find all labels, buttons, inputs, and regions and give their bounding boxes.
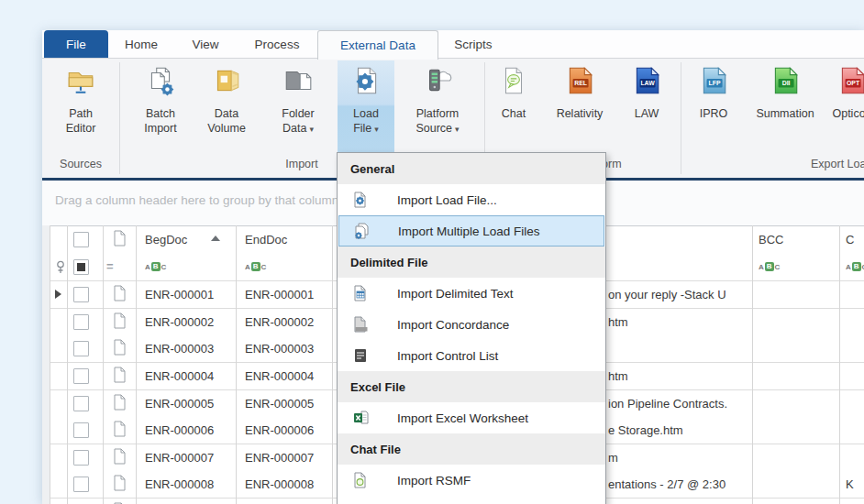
enddoc-cell[interactable]: ENR-000005 <box>245 397 314 411</box>
menu-item-import-multiple-load-files[interactable]: Import Multiple Load Files <box>338 215 604 247</box>
data-volume-button[interactable]: Data Volume <box>197 60 256 147</box>
tab-process[interactable]: Process <box>237 30 317 58</box>
begdoc-cell[interactable]: ENR-000004 <box>145 369 214 383</box>
menu-item-import-concordance[interactable]: Import Concordance <box>338 309 605 340</box>
button-label: Batch <box>131 107 190 120</box>
menu-item-label: Import Concordance <box>397 318 509 332</box>
menu-section-label: Delimited File <box>350 256 428 269</box>
sort-ascending-icon <box>211 236 220 241</box>
summation-button[interactable]: DII Summation <box>747 60 824 147</box>
enddoc-cell[interactable]: ENR-000006 <box>245 423 314 437</box>
group-label-sources: Sources <box>42 158 119 170</box>
relativity-button[interactable]: REL Relativity <box>546 60 614 147</box>
menu-item-import-control-list[interactable]: Import Control List <box>338 340 605 371</box>
document-icon <box>113 475 127 491</box>
button-label: Opticon <box>825 107 864 120</box>
tab-home[interactable]: Home <box>108 30 174 58</box>
tab-file[interactable]: File <box>44 30 108 58</box>
filter-pin-icon[interactable] <box>55 260 66 274</box>
button-label: Import <box>131 122 190 135</box>
summation-badge: DII <box>782 80 791 86</box>
begdoc-filter-type-icon[interactable] <box>145 261 166 272</box>
document-icon <box>113 339 127 356</box>
begdoc-cell[interactable]: ENR-000005 <box>145 397 214 411</box>
menu-item-import-rsmf[interactable]: Import RSMF <box>338 465 605 496</box>
enddoc-cell[interactable]: ENR-000003 <box>245 342 314 356</box>
group-separator <box>681 62 681 174</box>
column-header-enddoc[interactable]: EndDoc <box>245 233 287 247</box>
subject-cell-partial[interactable]: e Storage.htm <box>608 423 683 437</box>
platform-source-button[interactable]: Platform Source <box>398 60 477 147</box>
import-excel-worksheet-icon <box>352 410 369 426</box>
load-file-button[interactable]: Load File <box>338 60 394 152</box>
button-label: Chat <box>491 107 537 120</box>
tab-home-label: Home <box>125 38 158 51</box>
abc-c <box>261 263 267 271</box>
begdoc-cell[interactable]: ENR-000007 <box>145 451 214 465</box>
abc-a <box>846 263 851 271</box>
button-label: Data <box>263 122 333 135</box>
row-checkbox[interactable] <box>73 422 89 438</box>
document-column-icon[interactable] <box>113 230 127 247</box>
document-icon <box>113 394 127 411</box>
group-by-hint: Drag a column header here to group by th… <box>55 193 338 207</box>
begdoc-cell[interactable]: ENR-000006 <box>145 423 214 437</box>
enddoc-cell[interactable]: ENR-000001 <box>245 288 314 301</box>
row-checkbox[interactable] <box>73 396 89 411</box>
row-checkbox[interactable] <box>73 341 89 356</box>
menu-item-import-excel-worksheet[interactable]: Import Excel Worksheet <box>338 402 605 433</box>
row-checkbox[interactable] <box>73 314 89 330</box>
subject-cell-partial[interactable]: entations - 2/7 @ 2:30 <box>608 477 726 491</box>
current-row-indicator <box>55 290 61 299</box>
chat-button[interactable]: Chat <box>491 60 537 147</box>
cc-cell[interactable]: K <box>846 477 854 491</box>
column-header-cc[interactable]: C <box>846 233 854 247</box>
ipro-button[interactable]: LFP IPRO <box>689 60 738 147</box>
button-label: Data <box>197 107 256 120</box>
menu-item-label: Import Load File... <box>397 193 497 207</box>
enddoc-cell[interactable]: ENR-000007 <box>245 451 314 465</box>
begdoc-cell[interactable]: ENR-000008 <box>145 477 214 491</box>
enddoc-cell[interactable]: ENR-000002 <box>245 315 314 329</box>
cc-filter-type-icon[interactable] <box>846 261 864 272</box>
enddoc-cell[interactable]: ENR-000008 <box>245 477 314 491</box>
begdoc-cell[interactable]: ENR-000001 <box>145 288 214 301</box>
subject-cell-partial[interactable]: htm <box>608 369 628 383</box>
subject-cell-partial[interactable]: m <box>608 451 618 465</box>
row-checkbox[interactable] <box>73 368 89 384</box>
folder-data-button[interactable]: Folder Data <box>263 60 333 147</box>
subject-cell-partial[interactable]: htm <box>608 315 628 329</box>
relativity-icon: REL <box>564 65 595 96</box>
bcc-filter-type-icon[interactable] <box>759 261 780 272</box>
column-header-bcc[interactable]: BCC <box>759 233 783 247</box>
tab-view[interactable]: View <box>174 30 237 58</box>
batch-import-button[interactable]: Batch Import <box>131 60 190 147</box>
grid-line <box>752 225 753 504</box>
tab-view-label: View <box>192 38 218 51</box>
begdoc-cell[interactable]: ENR-000003 <box>145 342 214 356</box>
begdoc-cell[interactable]: ENR-000002 <box>145 315 214 329</box>
path-editor-button[interactable]: Path Editor <box>51 60 110 147</box>
tab-external-data[interactable]: External Data <box>317 30 438 60</box>
row-checkbox[interactable] <box>73 287 89 302</box>
menu-item-import-delimited-text[interactable]: Import Delimited Text <box>338 278 605 309</box>
menu-section-chat-file: Chat File <box>338 433 605 465</box>
ipro-icon: LFP <box>698 65 729 96</box>
row-checkbox[interactable] <box>73 477 89 492</box>
button-label: IPRO <box>689 107 738 120</box>
menu-section-label: Excel File <box>350 380 405 394</box>
filter-checkbox[interactable] <box>73 259 89 275</box>
subject-cell-partial[interactable]: on your reply -Stack U <box>608 288 726 301</box>
law-button[interactable]: LAW LAW <box>624 60 670 147</box>
column-header-begdoc[interactable]: BegDoc <box>145 233 187 247</box>
opticon-button[interactable]: OPT Opticon <box>825 60 864 147</box>
subject-cell-partial[interactable]: ion Pipeline Contracts. <box>608 397 727 411</box>
tab-scripts[interactable]: Scripts <box>437 30 510 58</box>
import-multiple-load-files-icon <box>353 223 370 239</box>
select-all-checkbox[interactable] <box>73 232 89 247</box>
enddoc-filter-type-icon[interactable] <box>245 261 266 272</box>
menu-item-import-load-file[interactable]: Import Load File... <box>338 184 605 215</box>
enddoc-cell[interactable]: ENR-000004 <box>245 369 314 383</box>
row-checkbox[interactable] <box>73 450 89 466</box>
filter-equals-operator[interactable]: = <box>106 259 114 273</box>
